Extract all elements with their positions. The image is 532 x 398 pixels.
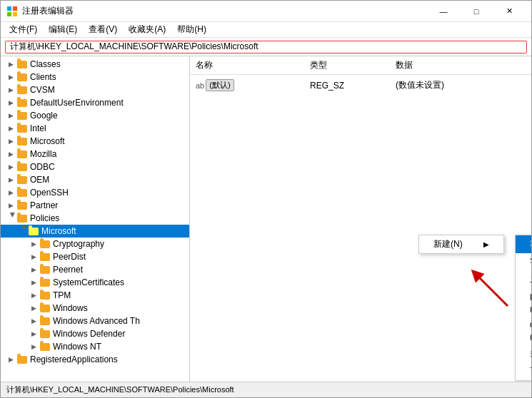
menu-bar: 文件(F) 编辑(E) 查看(V) 收藏夹(A) 帮助(H): [1, 22, 531, 38]
expand-icon-peerdist: ▶: [28, 251, 39, 262]
tree-label-peerdist: PeerDist: [53, 252, 86, 262]
tree-label-windowsdefender: Windows Defender: [53, 329, 125, 339]
ctx-item-dword[interactable]: DWORD (32 位)值(D): [516, 289, 531, 317]
folder-icon-windowsadvanced: [39, 315, 51, 327]
tree-item-classes[interactable]: ▶ Classes: [1, 58, 189, 71]
maximize-button[interactable]: □: [460, 1, 493, 22]
tree-item-windowsnt[interactable]: ▶ Windows NT: [1, 340, 189, 353]
menu-file[interactable]: 文件(F): [4, 22, 43, 37]
folder-icon-google: [16, 110, 28, 121]
menu-help[interactable]: 帮助(H): [171, 22, 212, 37]
ctx-new-label: 新建(N): [433, 238, 463, 250]
tree-item-cvsm[interactable]: ▶ CVSM: [1, 83, 189, 96]
ctx-item-qword[interactable]: QWORD (64 位)值(Q): [516, 317, 531, 345]
app-icon: [6, 6, 18, 17]
folder-icon-microsoft: [16, 136, 28, 147]
col-header-data: 数据: [396, 59, 526, 71]
tree-label-oem: OEM: [30, 175, 49, 185]
ctx-item-string[interactable]: 字符串值(S): [516, 253, 531, 271]
tree-label-policies: Policies: [30, 213, 59, 223]
tree-item-microsoft2[interactable]: ▶ Microsoft: [1, 225, 189, 238]
column-headers: 名称 类型 数据: [190, 56, 531, 75]
ctx-dword-label: DWORD (32 位)值(D): [530, 292, 531, 314]
tree-item-microsoft[interactable]: ▶ Microsoft: [1, 135, 189, 148]
tree-label-partner: Partner: [30, 200, 58, 210]
tree-label-systemcerts: SystemCertificates: [53, 277, 124, 287]
tree-item-policies[interactable]: ▶ Policies: [1, 212, 189, 225]
expand-icon-cryptography: ▶: [28, 238, 39, 250]
window-controls: — □ ✕: [427, 1, 526, 22]
ctx-item-new[interactable]: 新建(N) ▶: [419, 235, 503, 253]
svg-rect-3: [13, 12, 17, 16]
ctx-item-binary[interactable]: 二进制值(B): [516, 271, 531, 289]
ctx-multistring-label: 多字符串值(M): [530, 347, 531, 359]
ctx-item-multistring[interactable]: 多字符串值(M): [516, 345, 531, 362]
tree-label-tpm: TPM: [53, 290, 71, 300]
tree-item-windowsadvanced[interactable]: ▶ Windows Advanced Th: [1, 315, 189, 327]
reg-name: ab (默认): [196, 79, 310, 91]
expand-icon-partner: ▶: [5, 200, 16, 211]
submenu-arrow-icon: ▶: [483, 240, 489, 248]
registry-values: ab (默认) REG_SZ (数值未设置): [190, 75, 531, 382]
main-content: ▶ Classes ▶ Clients ▶ CVSM ▶ DefaultUser…: [1, 56, 531, 382]
tree-item-clients[interactable]: ▶ Clients: [1, 71, 189, 83]
tree-item-peernet[interactable]: ▶ Peernet: [1, 263, 189, 276]
folder-icon-windowsnt: [39, 341, 51, 352]
expand-icon-microsoft: ▶: [5, 136, 16, 147]
reg-type: REG_SZ: [310, 81, 396, 91]
folder-icon-tpm: [39, 290, 51, 301]
tree-item-partner[interactable]: ▶ Partner: [1, 199, 189, 212]
folder-icon-peernet: [39, 264, 51, 275]
expand-icon-windows: ▶: [28, 302, 39, 314]
tree-label-cvsm: CVSM: [30, 85, 55, 95]
title-bar: 注册表编辑器 — □ ✕: [1, 1, 531, 22]
expand-icon-windowsnt: ▶: [28, 341, 39, 352]
tree-item-intel[interactable]: ▶ Intel: [1, 122, 189, 135]
tree-item-windows[interactable]: ▶ Windows: [1, 302, 189, 315]
tree-label-mozilla: Mozilla: [30, 149, 56, 159]
main-window: 注册表编辑器 — □ ✕ 文件(F) 编辑(E) 查看(V) 收藏夹(A) 帮助…: [0, 0, 532, 398]
close-button[interactable]: ✕: [493, 1, 526, 22]
expand-icon-windowsadvanced: ▶: [28, 315, 39, 327]
tree-item-peerdist[interactable]: ▶ PeerDist: [1, 250, 189, 263]
context-menu-sub: 项(K) 字符串值(S) 二进制值(B) DWORD (32 位)值(D) QW…: [515, 235, 531, 381]
tree-panel[interactable]: ▶ Classes ▶ Clients ▶ CVSM ▶ DefaultUser…: [1, 56, 190, 382]
tree-item-registeredapps[interactable]: ▶ RegisteredApplications: [1, 353, 189, 366]
tree-item-google[interactable]: ▶ Google: [1, 109, 189, 122]
tree-item-tpm[interactable]: ▶ TPM: [1, 289, 189, 302]
ctx-binary-label: 二进制值(B): [530, 274, 531, 286]
tree-item-windowsdefender[interactable]: ▶ Windows Defender: [1, 327, 189, 340]
tree-item-cryptography[interactable]: ▶ Cryptography: [1, 238, 189, 250]
expand-icon-systemcerts: ▶: [28, 277, 39, 288]
tree-item-systemcertificates[interactable]: ▶ SystemCertificates: [1, 276, 189, 289]
address-input[interactable]: [5, 41, 527, 53]
tree-item-odbc[interactable]: ▶ ODBC: [1, 160, 189, 173]
menu-favorites[interactable]: 收藏夹(A): [123, 22, 171, 37]
table-row[interactable]: ab (默认) REG_SZ (数值未设置): [190, 78, 531, 93]
expand-icon-defaultuserenv: ▶: [5, 97, 16, 108]
tree-label-intel: Intel: [30, 123, 46, 133]
right-panel: 名称 类型 数据 ab (默认) REG_SZ (数值未设置) 新建(N): [190, 56, 531, 382]
expand-icon-peernet: ▶: [28, 264, 39, 275]
ab-icon: ab: [196, 81, 204, 90]
tree-label-google: Google: [30, 111, 58, 121]
ctx-item-expandstring[interactable]: 可扩充字符串值(E): [516, 362, 531, 380]
expand-icon-windowsdefender: ▶: [28, 328, 39, 340]
expand-icon-policies: ▶: [5, 213, 16, 224]
col-header-type: 类型: [310, 59, 396, 71]
menu-edit[interactable]: 编辑(E): [43, 22, 83, 37]
ctx-item-key[interactable]: 项(K): [516, 235, 531, 253]
tree-label-windowsnt: Windows NT: [53, 342, 101, 352]
tree-item-openssh[interactable]: ▶ OpenSSH: [1, 186, 189, 199]
tree-item-mozilla[interactable]: ▶ Mozilla: [1, 148, 189, 160]
reg-data: (数值未设置): [396, 79, 526, 91]
tree-label-defaultuserenv: DefaultUserEnvironment: [30, 98, 124, 108]
tree-item-oem[interactable]: ▶ OEM: [1, 173, 189, 186]
menu-view[interactable]: 查看(V): [83, 22, 123, 37]
tree-item-defaultuserenv[interactable]: ▶ DefaultUserEnvironment: [1, 96, 189, 109]
folder-icon-defaultuserenv: [16, 97, 28, 108]
folder-icon-odbc: [16, 161, 28, 173]
folder-icon-mozilla: [16, 148, 28, 160]
folder-icon-policies: [16, 213, 28, 224]
minimize-button[interactable]: —: [427, 1, 460, 22]
